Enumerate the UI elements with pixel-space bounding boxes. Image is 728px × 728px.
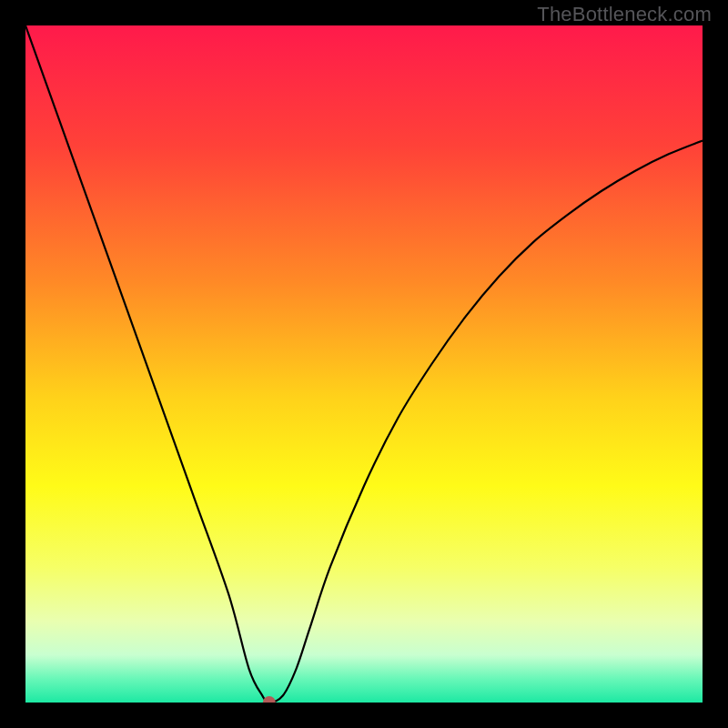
watermark-text: TheBottleneck.com <box>537 3 712 26</box>
gradient-background <box>25 25 703 703</box>
chart-frame: { "watermark": "TheBottleneck.com", "cha… <box>0 0 728 728</box>
bottleneck-chart <box>25 25 703 703</box>
